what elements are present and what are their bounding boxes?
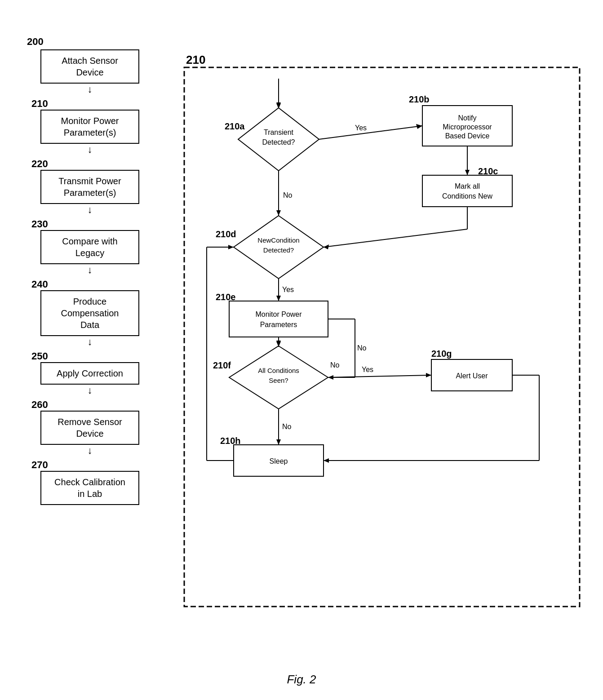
svg-marker-19	[276, 210, 281, 216]
label-210c: 210c	[478, 166, 498, 176]
step-260: 260 Remove SensorDevice	[27, 396, 153, 445]
right-flowchart: 210 Transient Detected? 210a Notify Micr…	[180, 36, 584, 665]
svg-marker-14	[465, 170, 470, 175]
svg-text:Seen?: Seen?	[269, 377, 288, 384]
label-210f: 210f	[213, 360, 231, 370]
label-210d: 210d	[216, 229, 236, 239]
step-250: 250 Apply Correction	[27, 348, 153, 385]
node-210f: All Conditions Seen?	[229, 346, 328, 409]
box-220: Transmit PowerParameter(s)	[40, 170, 139, 204]
yes-label-d: Yes	[282, 286, 294, 293]
left-label-200: 200	[27, 36, 153, 48]
svg-text:Monitor Power: Monitor Power	[255, 310, 302, 318]
svg-text:Sleep: Sleep	[270, 457, 288, 465]
arrow-5: ↓	[40, 336, 139, 348]
svg-marker-22	[324, 244, 329, 249]
num-270: 270	[31, 459, 48, 471]
svg-text:Based Device: Based Device	[445, 132, 490, 140]
num-260: 260	[31, 399, 48, 411]
svg-text:Alert User: Alert User	[456, 372, 488, 380]
step-240: 240 ProduceCompensationData	[27, 276, 153, 336]
label-210a: 210a	[225, 121, 245, 131]
svg-marker-26	[276, 296, 281, 301]
svg-text:Detected?: Detected?	[263, 246, 294, 254]
svg-marker-47	[228, 245, 234, 249]
svg-text:Mark all: Mark all	[455, 182, 480, 190]
svg-line-21	[324, 229, 467, 247]
step-210: 210 Monitor PowerParameter(s)	[27, 95, 153, 144]
node-210a: Transient Detected?	[238, 108, 319, 171]
svg-text:All Conditions: All Conditions	[258, 367, 299, 374]
box-attach: Attach SensorDevice	[40, 49, 139, 84]
step-270: 270 Check Calibrationin Lab	[27, 456, 153, 505]
no-label-f: No	[330, 361, 340, 369]
arrow-2: ↓	[40, 144, 139, 155]
arrow-7: ↓	[40, 445, 139, 456]
label-210b: 210b	[409, 94, 430, 104]
svg-marker-33	[276, 341, 281, 347]
yes-label-a: Yes	[355, 124, 367, 132]
page-container: 200 Attach SensorDevice ↓ 210 Monitor Po…	[0, 0, 603, 700]
no-label-e: No	[357, 344, 367, 352]
figure-caption: Fig. 2	[287, 673, 316, 687]
label-210h: 210h	[220, 436, 241, 446]
svg-text:NewCondition: NewCondition	[257, 236, 299, 244]
svg-marker-43	[324, 458, 329, 463]
node-210e	[229, 301, 328, 337]
svg-text:Detected?: Detected?	[262, 138, 295, 146]
node-210d: NewCondition Detected?	[234, 216, 324, 279]
step-230: 230 Compare withLegacy	[27, 216, 153, 264]
svg-marker-10	[416, 124, 422, 129]
arrow-4: ↓	[40, 264, 139, 276]
node-210c	[422, 175, 512, 207]
label-210g: 210g	[431, 349, 452, 359]
no-label-a: No	[283, 191, 293, 199]
svg-marker-36	[426, 373, 431, 377]
svg-text:Conditions New: Conditions New	[442, 192, 493, 200]
no-label-f2: No	[282, 423, 292, 430]
box-210: Monitor PowerParameter(s)	[40, 110, 139, 144]
svg-text:Notify: Notify	[458, 114, 477, 122]
svg-marker-39	[276, 439, 281, 445]
num-220: 220	[31, 158, 48, 170]
svg-marker-49	[276, 103, 281, 109]
arrow-3: ↓	[40, 204, 139, 216]
box-230: Compare withLegacy	[40, 230, 139, 264]
svg-line-9	[319, 126, 422, 139]
num-240: 240	[31, 279, 48, 290]
num-250: 250	[31, 350, 48, 362]
svg-marker-53	[328, 375, 333, 380]
box-240: ProduceCompensationData	[40, 290, 139, 336]
num-230: 230	[31, 218, 48, 230]
svg-text:Transient: Transient	[264, 128, 294, 136]
left-flowchart: 200 Attach SensorDevice ↓ 210 Monitor Po…	[27, 36, 153, 505]
box-270: Check Calibrationin Lab	[40, 471, 139, 505]
label-210e: 210e	[216, 292, 236, 302]
num-210: 210	[31, 98, 48, 110]
arrow-1: ↓	[40, 84, 139, 95]
svg-text:Microprocessor: Microprocessor	[443, 123, 492, 131]
box-250: Apply Correction	[40, 362, 139, 385]
step-220: 220 Transmit PowerParameter(s)	[27, 155, 153, 204]
yes-label-f: Yes	[362, 366, 373, 373]
step-attach: Attach SensorDevice	[27, 49, 153, 84]
box-260: Remove SensorDevice	[40, 411, 139, 445]
arrow-6: ↓	[40, 385, 139, 396]
svg-text:Parameters: Parameters	[260, 321, 297, 328]
right-outer-label: 210	[186, 53, 205, 66]
